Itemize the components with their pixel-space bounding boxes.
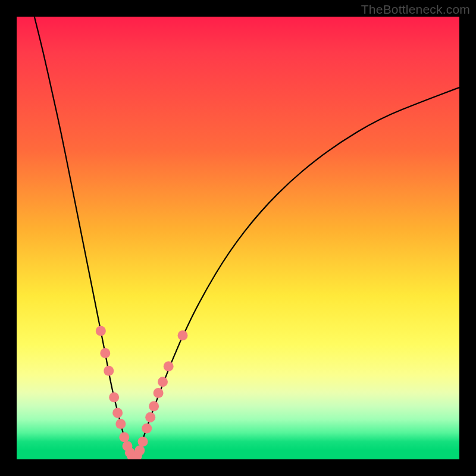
curve-marker	[158, 377, 168, 387]
curve-marker	[112, 408, 123, 418]
curve-marker	[115, 419, 126, 429]
curve-marker	[96, 326, 106, 336]
curve-marker	[104, 366, 114, 376]
curve-left	[35, 17, 134, 459]
curve-marker	[134, 446, 145, 456]
curve-marker	[178, 330, 188, 340]
watermark-text: TheBottleneck.com	[361, 2, 470, 17]
curve-marker	[100, 348, 110, 358]
gradient-plot-area	[17, 17, 459, 459]
curve-marker	[109, 392, 119, 402]
curve-marker	[138, 437, 148, 447]
curve-markers-left	[96, 326, 139, 459]
curve-marker	[119, 432, 129, 442]
curve-right	[134, 87, 459, 459]
curve-marker	[149, 401, 159, 411]
curve-marker	[142, 423, 152, 433]
chart-svg	[17, 17, 459, 459]
curve-marker	[145, 412, 155, 422]
curve-markers-right	[132, 330, 188, 459]
curve-marker	[164, 361, 174, 371]
curve-marker	[154, 388, 164, 398]
